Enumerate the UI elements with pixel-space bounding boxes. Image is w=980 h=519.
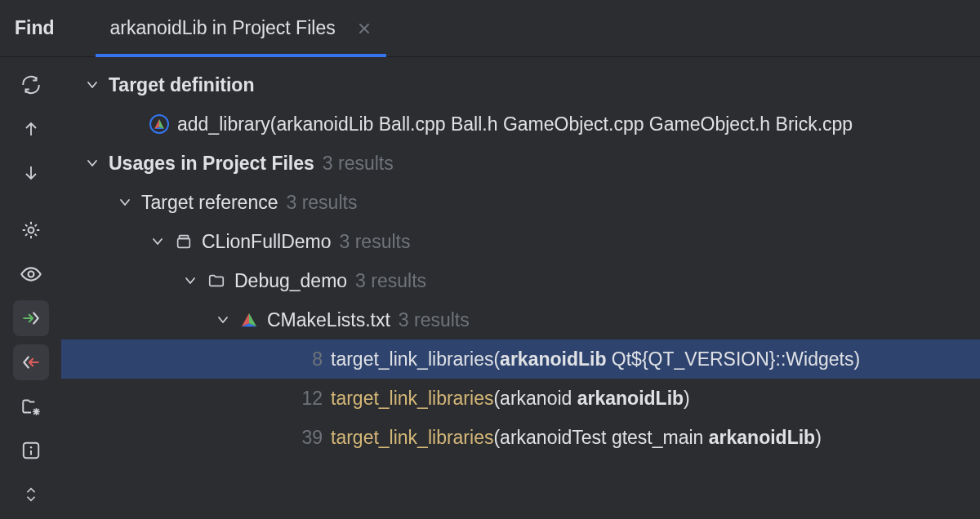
export-icon[interactable] [13,344,49,380]
node-label: Usages in Project Files [109,153,314,175]
chevron-down-icon [117,194,133,211]
code-text: target_link_libraries(arkanoidTest gtest… [331,427,822,449]
tree-node-usages[interactable]: Usages in Project Files 3 results [61,144,980,183]
code-text: target_link_libraries(arkanoidLib Qt${QT… [331,348,860,370]
match-row[interactable]: 39 target_link_libraries(arkanoidTest gt… [61,418,980,457]
settings-icon[interactable] [13,212,49,248]
tab-label: arkanoidLib in Project Files [110,17,336,39]
tree-node-folder[interactable]: Debug_demo 3 results [61,261,980,300]
folder-icon [207,271,226,291]
tree-node-target-definition[interactable]: Target definition [61,65,980,104]
preview-icon[interactable] [13,256,49,292]
tree-node-file[interactable]: CMakeLists.txt 3 results [61,300,980,339]
svg-point-0 [28,228,33,233]
tree-node-project[interactable]: CLionFullDemo 3 results [61,222,980,261]
result-count: 3 results [323,153,394,175]
chevron-down-icon [215,312,231,328]
result-count: 3 results [340,231,411,253]
result-count: 3 results [355,270,426,292]
svg-point-1 [28,272,33,277]
node-label: Target reference [141,192,278,214]
find-toolbar [0,57,61,519]
results-tree: Target definition add_library(arkanoidLi… [61,57,980,519]
node-label: CMakeLists.txt [267,309,390,331]
chevron-down-icon [182,273,198,289]
node-label: Target definition [109,74,254,96]
project-folder-icon [174,232,194,251]
refresh-icon[interactable] [13,67,49,103]
import-icon[interactable] [13,300,49,336]
info-icon[interactable] [13,432,49,468]
next-result-icon[interactable] [13,155,49,191]
match-row[interactable]: 12 target_link_libraries(arkanoid arkano… [61,379,980,418]
result-count: 3 results [399,309,470,331]
expand-collapse-icon[interactable] [13,477,49,512]
find-title: Find [15,17,55,39]
find-header: Find arkanoidLib in Project Files [0,0,980,57]
chevron-down-icon [84,77,100,93]
line-number: 8 [298,348,323,370]
tree-node-target-reference[interactable]: Target reference 3 results [61,183,980,222]
svg-point-3 [29,446,31,448]
tree-leaf-add-library[interactable]: add_library(arkanoidLib Ball.cpp Ball.h … [61,104,980,144]
cmake-icon [149,114,169,134]
search-tab[interactable]: arkanoidLib in Project Files [96,0,386,56]
svg-rect-10 [178,238,190,247]
line-number: 12 [298,388,323,410]
chevron-down-icon [84,155,100,171]
line-number: 39 [298,427,323,449]
code-text: add_library(arkanoidLib Ball.cpp Ball.h … [177,113,853,135]
match-row[interactable]: 8 target_link_libraries(arkanoidLib Qt${… [61,339,980,379]
previous-result-icon[interactable] [13,111,49,147]
chevron-down-icon [149,233,166,250]
new-folder-icon[interactable] [13,388,49,424]
code-text: target_link_libraries(arkanoid arkanoidL… [331,388,690,410]
cmake-file-icon [239,310,259,330]
result-count: 3 results [286,192,357,214]
close-icon[interactable] [357,21,372,36]
node-label: CLionFullDemo [202,231,332,253]
node-label: Debug_demo [234,270,347,292]
